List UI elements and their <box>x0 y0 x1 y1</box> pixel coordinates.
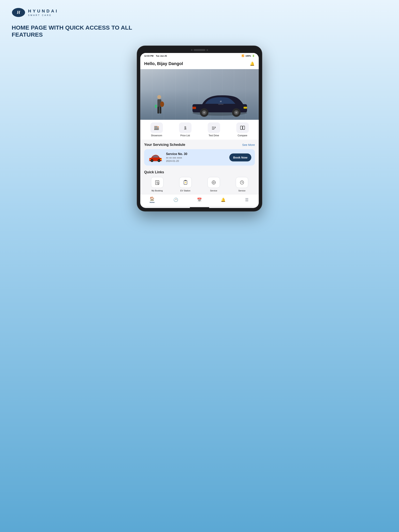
quick-actions-row: 🏬 Showroom $ Price List <box>140 120 259 140</box>
brand-logo: H HYUNDAI SMART CARE <box>12 8 58 17</box>
servicing-title: Your Servicing Schedule <box>144 143 185 147</box>
svg-rect-19 <box>155 105 157 108</box>
action-price-list[interactable]: $ Price List <box>171 122 200 137</box>
test-drive-label: Test Drive <box>209 134 219 137</box>
screen: 12:03 PM Tue Jun 25 📶 100% 🔋 Hello, Bija… <box>140 53 259 208</box>
svg-rect-10 <box>193 107 196 109</box>
svg-point-31 <box>151 160 153 161</box>
showroom-icon: 🏬 <box>150 122 163 133</box>
battery-icon: 🔋 <box>252 55 255 57</box>
svg-point-33 <box>158 160 160 161</box>
history-nav-icon: 🕐 <box>174 197 178 202</box>
svg-rect-34 <box>149 159 151 160</box>
my-booking-label: My Booking <box>152 190 163 192</box>
action-showroom[interactable]: 🏬 Showroom <box>142 122 171 137</box>
quick-links-grid: My Booking ⚡ EV Station <box>144 177 255 192</box>
notification-bell-icon[interactable]: 🔔 <box>249 61 255 66</box>
status-bar: 12:03 PM Tue Jun 25 📶 100% 🔋 <box>140 53 259 59</box>
svg-rect-18 <box>160 107 161 114</box>
price-list-icon: $ <box>179 122 192 133</box>
svg-point-45 <box>213 182 214 183</box>
svg-text:H: H <box>220 100 222 103</box>
service-label-1: Service <box>210 190 217 192</box>
camera-bar <box>140 49 259 51</box>
menu-nav-icon: ☰ <box>245 197 249 202</box>
tablet-frame: 12:03 PM Tue Jun 25 📶 100% 🔋 Hello, Bija… <box>137 46 262 211</box>
bottom-nav: 🏠 Home 🕐 📅 🔔 ☰ <box>140 194 259 206</box>
nav-home[interactable]: 🏠 Home <box>140 196 164 203</box>
service-car-thumbnail-icon <box>148 152 163 162</box>
service-date: 2024-01-20 <box>166 159 227 162</box>
nav-notifications[interactable]: 🔔 <box>211 197 235 202</box>
action-compare[interactable]: Compare <box>228 122 257 137</box>
quick-links-title: Quick Links <box>144 170 255 174</box>
ev-station-label: EV Station <box>180 190 191 192</box>
svg-rect-35 <box>160 159 162 160</box>
quick-link-service[interactable]: Service <box>201 177 227 192</box>
quick-links-section: Quick Links My Booking <box>140 167 259 194</box>
section-header: Your Servicing Schedule See More <box>144 143 255 147</box>
svg-point-16 <box>160 101 164 107</box>
servicing-section: Your Servicing Schedule See More <box>140 140 259 167</box>
hero-banner: H VERNA <box>140 69 259 120</box>
service-icon <box>207 177 220 188</box>
wifi-icon: 📶 <box>242 55 244 57</box>
calendar-nav-icon: 📅 <box>197 197 202 202</box>
svg-rect-17 <box>157 107 159 114</box>
status-right: 📶 100% 🔋 <box>242 55 255 57</box>
camera-pill <box>194 49 205 51</box>
svg-rect-11 <box>244 107 247 109</box>
car-banner-image: H VERNA <box>187 88 253 117</box>
svg-point-14 <box>157 95 161 99</box>
svg-text:H: H <box>17 10 20 15</box>
svg-text:VERNA: VERNA <box>218 103 224 105</box>
svg-point-6 <box>203 112 205 114</box>
person-figure-icon <box>154 94 165 117</box>
svg-point-9 <box>235 112 237 114</box>
test-drive-icon <box>208 122 220 133</box>
camera-dot-2 <box>206 49 208 51</box>
quick-link-ev-station[interactable]: ⚡ EV Station <box>172 177 198 192</box>
app-header: Hello, Bijay Dangol 🔔 <box>140 59 259 69</box>
nav-menu[interactable]: ☰ <box>235 197 259 202</box>
nav-history[interactable]: 🕐 <box>164 197 188 202</box>
svg-rect-25 <box>240 126 242 129</box>
service-number: Service No. 30 <box>166 152 227 156</box>
action-test-drive[interactable]: Test Drive <box>200 122 228 137</box>
nav-calendar[interactable]: 📅 <box>188 197 211 202</box>
home-nav-icon: 🏠 <box>150 196 154 201</box>
notifications-nav-icon: 🔔 <box>221 197 225 202</box>
page-header: H HYUNDAI SMART CARE HOME PAGE WITH QUIC… <box>12 8 387 38</box>
hyundai-emblem-icon: H <box>12 8 25 17</box>
quick-link-my-booking[interactable]: My Booking <box>144 177 170 192</box>
service-history-icon <box>236 177 248 188</box>
price-list-label: Price List <box>180 134 190 137</box>
greeting-text: Hello, Bijay Dangol <box>144 61 183 66</box>
compare-icon <box>236 122 249 133</box>
status-date: Tue Jun 25 <box>156 55 167 57</box>
svg-text:$: $ <box>184 126 186 130</box>
my-booking-icon <box>151 177 163 188</box>
battery-percent: 100% <box>245 55 251 57</box>
see-more-button[interactable]: See More <box>242 143 255 146</box>
home-indicator <box>190 207 209 208</box>
camera-dot <box>191 49 193 51</box>
service-label-2: Service <box>238 190 245 192</box>
quick-link-service-history[interactable]: Service <box>229 177 255 192</box>
compare-label: Compare <box>238 134 247 137</box>
svg-rect-26 <box>243 126 245 129</box>
service-info: Service No. 30 xx xx xxx xxxx 2024-01-20 <box>166 152 227 162</box>
home-nav-label: Home <box>150 201 154 203</box>
showroom-label: Showroom <box>151 134 162 137</box>
svg-text:⚡: ⚡ <box>184 181 187 184</box>
service-plate: xx xx xxx xxxx <box>166 156 227 159</box>
ev-station-icon: ⚡ <box>179 177 192 188</box>
brand-text: HYUNDAI SMART CARE <box>28 9 58 16</box>
status-time-date: 12:03 PM Tue Jun 25 <box>144 55 167 57</box>
brand-name: HYUNDAI <box>28 9 58 14</box>
page-title: HOME PAGE WITH QUICK ACCESS TO ALL FEATU… <box>12 24 148 38</box>
book-now-button[interactable]: Book Now <box>229 153 251 161</box>
brand-tagline: SMART CARE <box>28 14 58 16</box>
service-card: Service No. 30 xx xx xxx xxxx 2024-01-20… <box>144 149 255 165</box>
status-time: 12:03 PM <box>144 55 154 57</box>
